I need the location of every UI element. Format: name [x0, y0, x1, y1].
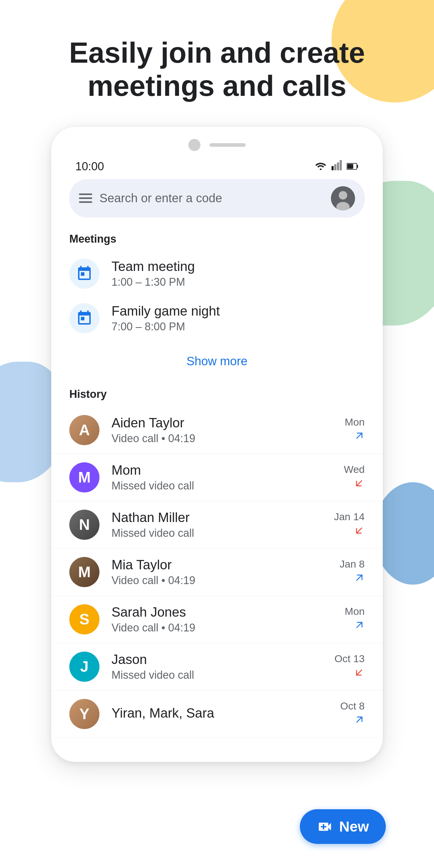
- meeting-item[interactable]: Family game night 7:00 – 8:00 PM: [51, 296, 383, 341]
- search-bar[interactable]: Search or enter a code: [69, 179, 365, 218]
- history-date: Jan 8: [340, 558, 365, 570]
- history-meta: Oct 8: [340, 700, 365, 727]
- meeting-name: Team meeting: [112, 259, 365, 274]
- status-icons: [315, 160, 359, 173]
- svg-rect-6: [357, 165, 358, 168]
- phone-camera: [188, 139, 200, 151]
- history-date: Jan 14: [334, 511, 365, 523]
- history-status: Video call • 04:19: [112, 432, 333, 445]
- svg-point-9: [339, 191, 347, 199]
- history-avatar: Y: [69, 699, 99, 729]
- meeting-info: Team meeting 1:00 – 1:30 PM: [112, 259, 365, 288]
- history-name: Jason: [112, 652, 322, 667]
- history-info: Mia Taylor Video call • 04:19: [112, 557, 328, 587]
- history-label: History: [51, 388, 383, 407]
- wifi-icon: [315, 160, 327, 173]
- user-avatar[interactable]: [331, 186, 355, 210]
- history-name: Mia Taylor: [112, 557, 328, 572]
- svg-rect-3: [337, 162, 339, 170]
- meeting-time: 1:00 – 1:30 PM: [112, 276, 365, 288]
- history-status: Missed video call: [112, 479, 332, 492]
- video-plus-icon: [317, 818, 333, 835]
- history-name: Aiden Taylor: [112, 415, 333, 430]
- history-name: Sarah Jones: [112, 604, 333, 620]
- history-item[interactable]: N Nathan Miller Missed video call Jan 14: [51, 501, 383, 549]
- history-avatar: A: [69, 415, 99, 445]
- bg-decoration-blue2: [374, 482, 434, 585]
- meeting-calendar-icon: [69, 303, 99, 333]
- status-bar: 10:00: [51, 157, 383, 179]
- history-info: Jason Missed video call: [112, 652, 322, 681]
- meeting-item[interactable]: Team meeting 1:00 – 1:30 PM: [51, 251, 383, 296]
- history-meta: Mon: [345, 606, 365, 633]
- history-avatar: N: [69, 510, 99, 540]
- phone-notch: [51, 136, 383, 157]
- svg-rect-2: [334, 164, 336, 170]
- history-item[interactable]: A Aiden Taylor Video call • 04:19 Mon: [51, 407, 383, 454]
- signal-icon: [332, 160, 342, 173]
- history-info: Yiran, Mark, Sara: [112, 706, 328, 722]
- history-meta: Wed: [344, 464, 365, 491]
- history-name: Nathan Miller: [112, 510, 322, 525]
- history-avatar: S: [69, 604, 99, 634]
- hero-title: Easily join and create meetings and call…: [0, 0, 434, 127]
- phone-speaker: [210, 143, 246, 147]
- history-date: Mon: [345, 416, 365, 428]
- new-button-label: New: [339, 818, 369, 835]
- call-direction-icon: [354, 478, 365, 491]
- history-avatar: M: [69, 557, 99, 587]
- history-meta: Jan 14: [334, 511, 365, 538]
- call-direction-icon: [354, 620, 365, 633]
- history-item[interactable]: M Mia Taylor Video call • 04:19 Jan 8: [51, 549, 383, 596]
- history-info: Mom Missed video call: [112, 463, 332, 492]
- svg-rect-7: [347, 164, 353, 169]
- history-list: A Aiden Taylor Video call • 04:19 Mon M …: [51, 407, 383, 738]
- history-name: Yiran, Mark, Sara: [112, 706, 328, 721]
- history-avatar: J: [69, 652, 99, 682]
- call-direction-icon: [354, 430, 365, 444]
- meeting-name: Family game night: [112, 304, 365, 318]
- history-date: Oct 8: [340, 700, 365, 712]
- history-meta: Jan 8: [340, 558, 365, 586]
- battery-icon: [347, 160, 359, 173]
- meeting-calendar-icon: [69, 258, 99, 289]
- call-direction-icon: [354, 667, 365, 680]
- new-button[interactable]: New: [300, 809, 386, 844]
- history-item[interactable]: J Jason Missed video call Oct 13: [51, 643, 383, 690]
- svg-point-0: [320, 168, 321, 170]
- svg-rect-4: [340, 160, 342, 170]
- meeting-time: 7:00 – 8:00 PM: [112, 320, 365, 333]
- meetings-label: Meetings: [51, 233, 383, 251]
- history-avatar: M: [69, 462, 99, 493]
- new-button-container: New: [300, 809, 386, 844]
- status-time: 10:00: [75, 160, 104, 173]
- show-more-button[interactable]: Show more: [177, 350, 257, 373]
- history-status: Missed video call: [112, 527, 322, 539]
- call-direction-icon: [354, 572, 365, 586]
- meetings-list: Team meeting 1:00 – 1:30 PM Family game …: [51, 251, 383, 341]
- call-direction-icon: [354, 714, 365, 727]
- search-input[interactable]: Search or enter a code: [99, 191, 324, 205]
- history-name: Mom: [112, 463, 332, 478]
- history-status: Video call • 04:19: [112, 574, 328, 587]
- history-status: Video call • 04:19: [112, 621, 333, 634]
- phone-mockup: 10:00: [51, 127, 383, 762]
- history-date: Oct 13: [335, 653, 365, 664]
- hamburger-icon[interactable]: [79, 193, 92, 203]
- history-meta: Mon: [345, 416, 365, 444]
- call-direction-icon: [354, 525, 365, 538]
- show-more-container: Show more: [51, 341, 383, 388]
- history-meta: Oct 13: [335, 653, 365, 680]
- history-item[interactable]: M Mom Missed video call Wed: [51, 454, 383, 501]
- history-status: Missed video call: [112, 669, 322, 681]
- meeting-info: Family game night 7:00 – 8:00 PM: [112, 304, 365, 333]
- history-info: Nathan Miller Missed video call: [112, 510, 322, 539]
- history-info: Sarah Jones Video call • 04:19: [112, 604, 333, 634]
- history-item[interactable]: S Sarah Jones Video call • 04:19 Mon: [51, 596, 383, 643]
- history-item[interactable]: Y Yiran, Mark, Sara Oct 8: [51, 690, 383, 738]
- history-date: Wed: [344, 464, 365, 475]
- phone-mockup-container: 10:00: [51, 127, 383, 762]
- history-info: Aiden Taylor Video call • 04:19: [112, 415, 333, 445]
- history-date: Mon: [345, 606, 365, 617]
- svg-rect-1: [332, 166, 334, 170]
